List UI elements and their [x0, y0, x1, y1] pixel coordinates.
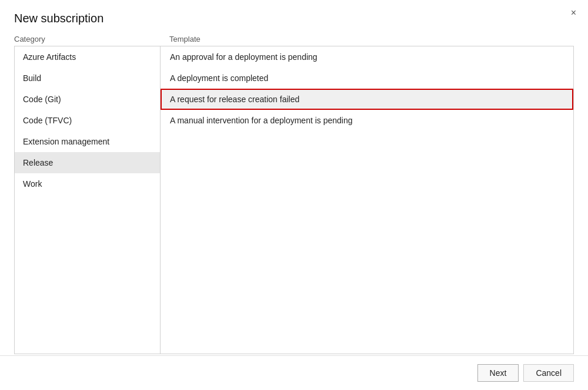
next-button[interactable]: Next: [477, 364, 519, 382]
dialog: × New subscription Category Template Azu…: [0, 0, 588, 390]
category-item-code-git[interactable]: Code (Git): [15, 89, 160, 110]
cancel-button[interactable]: Cancel: [523, 364, 574, 382]
template-item-manual-intervention[interactable]: A manual intervention for a deployment i…: [161, 110, 573, 131]
column-headers: Category Template: [14, 35, 574, 43]
category-item-extension-management[interactable]: Extension management: [15, 131, 160, 152]
template-item-approval-pending[interactable]: An approval for a deployment is pending: [161, 46, 573, 68]
category-item-azure-artifacts[interactable]: Azure Artifacts: [15, 46, 160, 68]
category-item-release[interactable]: Release: [15, 152, 160, 173]
close-button[interactable]: ×: [567, 6, 580, 20]
category-item-code-tfvc[interactable]: Code (TFVC): [15, 110, 160, 131]
template-list: An approval for a deployment is pendingA…: [161, 46, 573, 354]
category-item-build[interactable]: Build: [15, 68, 160, 89]
template-column-header: Template: [160, 35, 574, 43]
dialog-title: New subscription: [0, 0, 588, 35]
category-list: Azure ArtifactsBuildCode (Git)Code (TFVC…: [15, 46, 161, 354]
dialog-body: Category Template Azure ArtifactsBuildCo…: [0, 35, 588, 354]
template-item-deployment-completed[interactable]: A deployment is completed: [161, 68, 573, 89]
category-column-header: Category: [14, 35, 160, 43]
template-item-release-creation-failed[interactable]: A request for release creation failed: [161, 89, 573, 110]
lists-container: Azure ArtifactsBuildCode (Git)Code (TFVC…: [14, 46, 574, 354]
dialog-footer: Next Cancel: [0, 355, 588, 390]
category-item-work[interactable]: Work: [15, 173, 160, 194]
